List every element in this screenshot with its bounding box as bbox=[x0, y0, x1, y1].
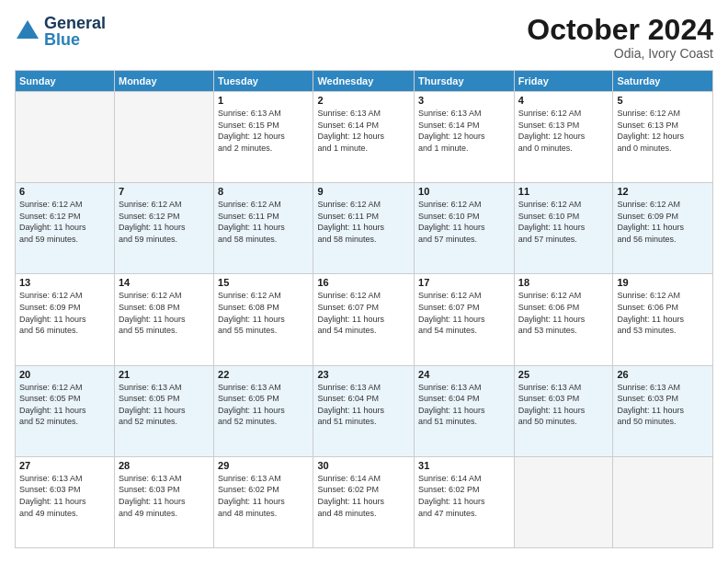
day-info: Sunrise: 6:13 AM Sunset: 6:04 PM Dayligh… bbox=[418, 382, 510, 428]
calendar-cell: 2Sunrise: 6:13 AM Sunset: 6:14 PM Daylig… bbox=[313, 92, 415, 183]
calendar-cell: 15Sunrise: 6:12 AM Sunset: 6:08 PM Dayli… bbox=[214, 274, 313, 365]
calendar-cell: 11Sunrise: 6:12 AM Sunset: 6:10 PM Dayli… bbox=[514, 183, 613, 274]
calendar-cell bbox=[514, 456, 613, 547]
day-info: Sunrise: 6:13 AM Sunset: 6:03 PM Dayligh… bbox=[19, 473, 110, 519]
calendar-table: Sunday Monday Tuesday Wednesday Thursday… bbox=[15, 70, 713, 548]
day-number: 9 bbox=[317, 186, 410, 197]
calendar-cell: 16Sunrise: 6:12 AM Sunset: 6:07 PM Dayli… bbox=[313, 274, 415, 365]
day-info: Sunrise: 6:13 AM Sunset: 6:15 PM Dayligh… bbox=[218, 108, 309, 154]
calendar-cell: 29Sunrise: 6:13 AM Sunset: 6:02 PM Dayli… bbox=[214, 456, 313, 547]
day-number: 31 bbox=[418, 460, 510, 471]
title-block: October 2024 Odia, Ivory Coast bbox=[527, 15, 713, 61]
day-number: 19 bbox=[617, 277, 709, 288]
logo: General Blue bbox=[15, 15, 106, 48]
calendar-cell: 17Sunrise: 6:12 AM Sunset: 6:07 PM Dayli… bbox=[415, 274, 515, 365]
day-info: Sunrise: 6:12 AM Sunset: 6:11 PM Dayligh… bbox=[317, 199, 410, 245]
col-thursday: Thursday bbox=[415, 71, 515, 92]
day-info: Sunrise: 6:12 AM Sunset: 6:08 PM Dayligh… bbox=[119, 290, 210, 336]
day-info: Sunrise: 6:12 AM Sunset: 6:07 PM Dayligh… bbox=[317, 290, 410, 336]
logo-blue-label: Blue bbox=[44, 31, 106, 48]
day-info: Sunrise: 6:12 AM Sunset: 6:08 PM Dayligh… bbox=[218, 290, 309, 336]
day-info: Sunrise: 6:12 AM Sunset: 6:07 PM Dayligh… bbox=[418, 290, 510, 336]
day-info: Sunrise: 6:12 AM Sunset: 6:10 PM Dayligh… bbox=[418, 199, 510, 245]
logo-text: General Blue bbox=[44, 15, 106, 48]
calendar-cell: 20Sunrise: 6:12 AM Sunset: 6:05 PM Dayli… bbox=[16, 365, 115, 456]
day-number: 17 bbox=[418, 277, 510, 288]
calendar-cell: 10Sunrise: 6:12 AM Sunset: 6:10 PM Dayli… bbox=[415, 183, 515, 274]
day-number: 14 bbox=[119, 277, 210, 288]
calendar-cell: 8Sunrise: 6:12 AM Sunset: 6:11 PM Daylig… bbox=[214, 183, 313, 274]
calendar-week-4: 20Sunrise: 6:12 AM Sunset: 6:05 PM Dayli… bbox=[16, 365, 713, 456]
day-number: 10 bbox=[418, 186, 510, 197]
day-info: Sunrise: 6:13 AM Sunset: 6:14 PM Dayligh… bbox=[418, 108, 510, 154]
day-info: Sunrise: 6:13 AM Sunset: 6:05 PM Dayligh… bbox=[218, 382, 309, 428]
calendar-cell: 30Sunrise: 6:14 AM Sunset: 6:02 PM Dayli… bbox=[313, 456, 415, 547]
day-info: Sunrise: 6:13 AM Sunset: 6:04 PM Dayligh… bbox=[317, 382, 410, 428]
day-info: Sunrise: 6:12 AM Sunset: 6:09 PM Dayligh… bbox=[19, 290, 110, 336]
day-info: Sunrise: 6:12 AM Sunset: 6:09 PM Dayligh… bbox=[617, 199, 709, 245]
day-number: 16 bbox=[317, 277, 410, 288]
day-number: 27 bbox=[19, 460, 110, 471]
day-info: Sunrise: 6:13 AM Sunset: 6:05 PM Dayligh… bbox=[119, 382, 210, 428]
day-number: 7 bbox=[119, 186, 210, 197]
day-number: 25 bbox=[518, 369, 609, 380]
month-title: October 2024 bbox=[527, 15, 713, 44]
calendar-body: 1Sunrise: 6:13 AM Sunset: 6:15 PM Daylig… bbox=[16, 92, 713, 548]
calendar-cell: 1Sunrise: 6:13 AM Sunset: 6:15 PM Daylig… bbox=[214, 92, 313, 183]
day-number: 29 bbox=[218, 460, 309, 471]
col-wednesday: Wednesday bbox=[313, 71, 415, 92]
calendar-cell bbox=[16, 92, 115, 183]
day-number: 24 bbox=[418, 369, 510, 380]
day-number: 26 bbox=[617, 369, 709, 380]
day-number: 23 bbox=[317, 369, 410, 380]
day-number: 18 bbox=[518, 277, 609, 288]
calendar-cell: 27Sunrise: 6:13 AM Sunset: 6:03 PM Dayli… bbox=[16, 456, 115, 547]
day-info: Sunrise: 6:13 AM Sunset: 6:03 PM Dayligh… bbox=[518, 382, 609, 428]
logo-arrow-icon bbox=[15, 18, 40, 48]
day-number: 5 bbox=[617, 95, 709, 106]
day-info: Sunrise: 6:12 AM Sunset: 6:12 PM Dayligh… bbox=[19, 199, 110, 245]
col-sunday: Sunday bbox=[16, 71, 115, 92]
calendar-week-1: 1Sunrise: 6:13 AM Sunset: 6:15 PM Daylig… bbox=[16, 92, 713, 183]
calendar-cell: 5Sunrise: 6:12 AM Sunset: 6:13 PM Daylig… bbox=[613, 92, 713, 183]
calendar-cell: 3Sunrise: 6:13 AM Sunset: 6:14 PM Daylig… bbox=[415, 92, 515, 183]
day-number: 20 bbox=[19, 369, 110, 380]
day-info: Sunrise: 6:12 AM Sunset: 6:13 PM Dayligh… bbox=[518, 108, 609, 154]
calendar-cell: 18Sunrise: 6:12 AM Sunset: 6:06 PM Dayli… bbox=[514, 274, 613, 365]
col-monday: Monday bbox=[114, 71, 213, 92]
header: General Blue October 2024 Odia, Ivory Co… bbox=[15, 15, 713, 61]
day-number: 1 bbox=[218, 95, 309, 106]
calendar-cell: 7Sunrise: 6:12 AM Sunset: 6:12 PM Daylig… bbox=[114, 183, 213, 274]
day-number: 8 bbox=[218, 186, 309, 197]
col-friday: Friday bbox=[514, 71, 613, 92]
day-number: 4 bbox=[518, 95, 609, 106]
day-info: Sunrise: 6:12 AM Sunset: 6:13 PM Dayligh… bbox=[617, 108, 709, 154]
calendar-cell: 25Sunrise: 6:13 AM Sunset: 6:03 PM Dayli… bbox=[514, 365, 613, 456]
calendar-cell: 22Sunrise: 6:13 AM Sunset: 6:05 PM Dayli… bbox=[214, 365, 313, 456]
day-info: Sunrise: 6:13 AM Sunset: 6:03 PM Dayligh… bbox=[119, 473, 210, 519]
calendar-cell: 4Sunrise: 6:12 AM Sunset: 6:13 PM Daylig… bbox=[514, 92, 613, 183]
calendar-cell: 26Sunrise: 6:13 AM Sunset: 6:03 PM Dayli… bbox=[613, 365, 713, 456]
day-number: 12 bbox=[617, 186, 709, 197]
day-info: Sunrise: 6:12 AM Sunset: 6:10 PM Dayligh… bbox=[518, 199, 609, 245]
calendar-cell bbox=[613, 456, 713, 547]
header-row: Sunday Monday Tuesday Wednesday Thursday… bbox=[16, 71, 713, 92]
day-number: 28 bbox=[119, 460, 210, 471]
day-info: Sunrise: 6:12 AM Sunset: 6:12 PM Dayligh… bbox=[119, 199, 210, 245]
day-number: 11 bbox=[518, 186, 609, 197]
calendar-cell: 19Sunrise: 6:12 AM Sunset: 6:06 PM Dayli… bbox=[613, 274, 713, 365]
calendar-week-3: 13Sunrise: 6:12 AM Sunset: 6:09 PM Dayli… bbox=[16, 274, 713, 365]
calendar-cell: 14Sunrise: 6:12 AM Sunset: 6:08 PM Dayli… bbox=[114, 274, 213, 365]
day-info: Sunrise: 6:14 AM Sunset: 6:02 PM Dayligh… bbox=[418, 473, 510, 519]
calendar-cell: 24Sunrise: 6:13 AM Sunset: 6:04 PM Dayli… bbox=[415, 365, 515, 456]
calendar-week-2: 6Sunrise: 6:12 AM Sunset: 6:12 PM Daylig… bbox=[16, 183, 713, 274]
calendar-cell: 28Sunrise: 6:13 AM Sunset: 6:03 PM Dayli… bbox=[114, 456, 213, 547]
day-info: Sunrise: 6:13 AM Sunset: 6:02 PM Dayligh… bbox=[218, 473, 309, 519]
day-info: Sunrise: 6:13 AM Sunset: 6:14 PM Dayligh… bbox=[317, 108, 410, 154]
day-info: Sunrise: 6:14 AM Sunset: 6:02 PM Dayligh… bbox=[317, 473, 410, 519]
day-number: 22 bbox=[218, 369, 309, 380]
day-number: 30 bbox=[317, 460, 410, 471]
calendar-cell: 21Sunrise: 6:13 AM Sunset: 6:05 PM Dayli… bbox=[114, 365, 213, 456]
calendar-cell: 12Sunrise: 6:12 AM Sunset: 6:09 PM Dayli… bbox=[613, 183, 713, 274]
location-subtitle: Odia, Ivory Coast bbox=[527, 46, 713, 61]
